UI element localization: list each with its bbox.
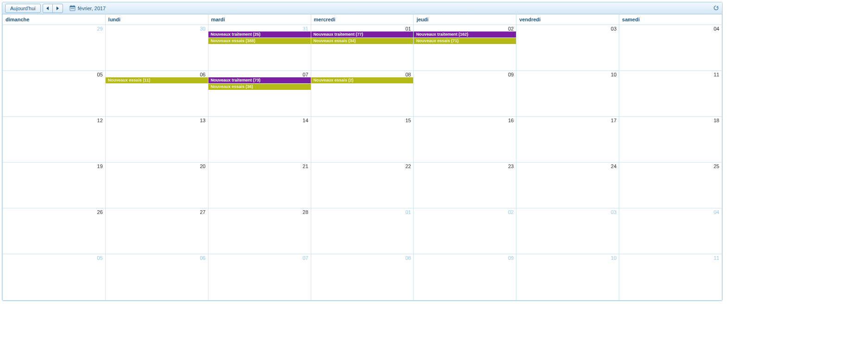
day-cell[interactable]: 06 xyxy=(105,254,208,300)
events-container: Nouveaux traitement (73)Nouveaux essais … xyxy=(208,77,311,90)
day-header: dimanche xyxy=(3,14,106,25)
refresh-icon xyxy=(713,5,719,11)
date-number: 09 xyxy=(414,71,516,77)
date-number: 15 xyxy=(311,117,414,123)
day-cell[interactable]: 14 xyxy=(208,116,311,162)
day-cell[interactable]: 11 xyxy=(619,70,722,116)
week-row: 26272801020304 xyxy=(3,208,722,254)
day-cell[interactable]: 30 xyxy=(105,25,208,70)
day-cell[interactable]: 09 xyxy=(414,70,516,116)
day-cell[interactable]: 06Nouveaux essais (11) xyxy=(105,70,208,116)
day-cell[interactable]: 01Nouveaux traitement (77)Nouveaux essai… xyxy=(311,25,414,70)
event-essais[interactable]: Nouveaux essais (11) xyxy=(106,77,208,83)
day-cell[interactable]: 27 xyxy=(105,208,208,254)
date-number: 27 xyxy=(106,208,208,215)
day-cell[interactable]: 16 xyxy=(414,116,516,162)
day-cell[interactable]: 19 xyxy=(3,162,106,208)
event-essais[interactable]: Nouveaux essais (36) xyxy=(208,84,311,90)
day-cell[interactable]: 20 xyxy=(105,162,208,208)
day-cell[interactable]: 28 xyxy=(208,208,311,254)
day-cell[interactable]: 13 xyxy=(105,116,208,162)
day-cell[interactable]: 09 xyxy=(414,254,516,300)
date-number: 21 xyxy=(208,163,311,169)
day-cell[interactable]: 08Nouveaux essais (2) xyxy=(311,70,414,116)
event-essais[interactable]: Nouveaux essais (71) xyxy=(414,38,516,44)
day-cell[interactable]: 15 xyxy=(311,116,414,162)
event-traitement[interactable]: Nouveaux traitement (73) xyxy=(208,77,311,83)
nav-button-group xyxy=(43,4,63,13)
chevron-left-icon xyxy=(46,6,49,10)
day-header: samedi xyxy=(619,14,722,25)
day-cell[interactable]: 12 xyxy=(3,116,106,162)
day-cell[interactable]: 18 xyxy=(619,116,722,162)
day-cell[interactable]: 08 xyxy=(311,254,414,300)
event-essais[interactable]: Nouveaux essais (388) xyxy=(208,38,311,44)
refresh-button[interactable] xyxy=(713,5,719,12)
date-number: 30 xyxy=(106,25,208,31)
event-essais[interactable]: Nouveaux essais (34) xyxy=(311,38,414,44)
date-number: 25 xyxy=(619,163,722,169)
date-number: 04 xyxy=(619,208,722,215)
day-cell[interactable]: 07Nouveaux traitement (73)Nouveaux essai… xyxy=(208,70,311,116)
svg-rect-5 xyxy=(72,8,73,9)
date-number: 08 xyxy=(311,71,414,77)
event-traitement[interactable]: Nouveaux traitement (77) xyxy=(311,31,414,38)
day-cell[interactable]: 25 xyxy=(619,162,722,208)
day-cell[interactable]: 05 xyxy=(3,254,106,300)
events-container: Nouveaux traitement (162)Nouveaux essais… xyxy=(414,31,516,44)
date-number: 01 xyxy=(311,208,414,215)
date-number: 16 xyxy=(414,117,516,123)
day-header: mercredi xyxy=(311,14,414,25)
day-cell[interactable]: 23 xyxy=(414,162,516,208)
day-cell[interactable]: 10 xyxy=(516,254,619,300)
day-cell[interactable]: 03 xyxy=(516,25,619,70)
calendar-icon xyxy=(69,5,75,11)
day-cell[interactable]: 22 xyxy=(311,162,414,208)
event-traitement[interactable]: Nouveaux traitement (162) xyxy=(414,31,516,38)
today-button[interactable]: Aujourd'hui xyxy=(5,4,41,13)
day-cell[interactable]: 05 xyxy=(3,70,106,116)
svg-rect-4 xyxy=(70,8,71,9)
day-cell[interactable]: 02Nouveaux traitement (162)Nouveaux essa… xyxy=(414,25,516,70)
event-traitement[interactable]: Nouveaux traitement (25) xyxy=(208,31,311,38)
day-header: mardi xyxy=(208,14,311,25)
day-header-row: dimanche lundi mardi mercredi jeudi vend… xyxy=(3,14,722,25)
date-number: 05 xyxy=(3,71,105,77)
week-row: 293031Nouveaux traitement (25)Nouveaux e… xyxy=(3,25,722,70)
day-cell[interactable]: 26 xyxy=(3,208,106,254)
date-number: 10 xyxy=(516,71,619,77)
day-cell[interactable]: 03 xyxy=(516,208,619,254)
day-cell[interactable]: 07 xyxy=(208,254,311,300)
day-cell[interactable]: 01 xyxy=(311,208,414,254)
date-number: 13 xyxy=(106,117,208,123)
date-number: 06 xyxy=(106,71,208,77)
date-number: 20 xyxy=(106,163,208,169)
day-cell[interactable]: 02 xyxy=(414,208,516,254)
date-number: 18 xyxy=(619,117,722,123)
date-number: 02 xyxy=(414,25,516,31)
next-button[interactable] xyxy=(53,4,63,13)
day-cell[interactable]: 29 xyxy=(3,25,106,70)
event-essais[interactable]: Nouveaux essais (2) xyxy=(311,77,414,83)
day-cell[interactable]: 04 xyxy=(619,25,722,70)
day-cell[interactable]: 21 xyxy=(208,162,311,208)
prev-button[interactable] xyxy=(43,4,53,13)
period-picker[interactable]: février, 2017 xyxy=(69,5,106,11)
date-number: 07 xyxy=(208,254,311,261)
day-cell[interactable]: 04 xyxy=(619,208,722,254)
day-header: lundi xyxy=(105,14,208,25)
events-container: Nouveaux essais (2) xyxy=(311,77,414,83)
date-number: 08 xyxy=(311,254,414,261)
date-number: 11 xyxy=(619,71,722,77)
date-number: 22 xyxy=(311,163,414,169)
day-cell[interactable]: 11 xyxy=(619,254,722,300)
day-cell[interactable]: 10 xyxy=(516,70,619,116)
date-number: 01 xyxy=(311,25,414,31)
day-cell[interactable]: 17 xyxy=(516,116,619,162)
day-cell[interactable]: 31Nouveaux traitement (25)Nouveaux essai… xyxy=(208,25,311,70)
day-cell[interactable]: 24 xyxy=(516,162,619,208)
date-number: 31 xyxy=(208,25,311,31)
events-container: Nouveaux essais (11) xyxy=(106,77,208,83)
calendar-grid: dimanche lundi mardi mercredi jeudi vend… xyxy=(2,14,722,301)
date-number: 26 xyxy=(3,208,105,215)
